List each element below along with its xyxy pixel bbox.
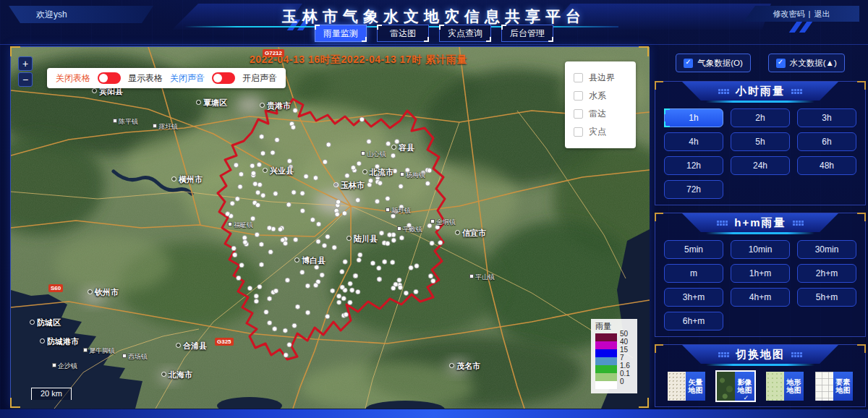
duration-button-10min[interactable]: 10min [731,240,790,259]
legend-value: 15 [620,346,628,354]
layer-checkbox-灾点[interactable]: 灾点 [574,123,627,141]
checkbox-empty-icon [574,109,583,119]
header: 欢迎ysh 玉林市气象水文地灾信息共享平台 修改密码 | 退出 雨量监测雷达图灾… [0,0,868,45]
section-hourly-rain: 小时雨量 1h2h3h4h5h6h12h24h48h72h [655,81,866,205]
map-type-card[interactable]: 地形地图 [766,372,804,401]
data-toggle-label: 水文数据(▲) [790,58,837,69]
sound-toggle-switch[interactable] [212,72,235,84]
table-toggle-off-label: 关闭表格 [56,72,90,85]
legend-band [595,333,617,341]
map-type-label: 要素地图 [833,372,853,401]
section-underline [706,232,814,234]
duration-button-72h[interactable]: 72h [664,180,723,199]
map-type-thumbnail [815,372,833,401]
duration-button-6h+m[interactable]: 6h+m [664,312,723,330]
duration-button-5min[interactable]: 5min [664,240,723,259]
tab-灾点查询[interactable]: 灾点查询 [439,25,491,42]
section-title: 切换地图 [736,348,785,362]
duration-button-1h[interactable]: 1h [664,108,723,127]
section-header: h+m雨量 [682,213,838,232]
legend-band [595,349,617,357]
table-toggle-switch[interactable] [98,72,121,84]
map-corner-accent [10,46,20,56]
duration-button-24h[interactable]: 24h [731,156,790,175]
map-zoom-control: + − [18,56,33,87]
legend-band [595,381,617,389]
map-scale: 20 km [31,388,72,400]
hourly-button-grid: 1h2h3h4h5h6h12h24h48h72h [664,108,856,199]
duration-button-5h[interactable]: 5h [731,132,790,151]
change-password-link[interactable]: 修改密码 [773,9,805,20]
rain-legend: 雨量 50401571.60.10 [591,319,637,393]
header-dots-icon [718,89,729,94]
duration-button-4h+m[interactable]: 4h+m [731,288,790,307]
legend-value: 0.1 [620,370,630,378]
map-corner-accent [10,398,20,408]
logout-link[interactable]: 退出 [814,9,830,20]
section-header: 切换地图 [682,345,838,364]
legend-value: 50 [620,330,628,338]
duration-button-3h+m[interactable]: 3h+m [664,288,723,307]
checkbox-checked-icon [776,59,786,68]
layer-list: 县边界水系雷达灾点 [574,69,627,141]
user-menu: 修改密码 | 退出 [744,6,859,22]
layer-checkbox-县边界[interactable]: 县边界 [574,69,627,87]
layer-checkbox-水系[interactable]: 水系 [574,87,627,105]
data-button-row: 气象数据(O)水文数据(▲) [655,54,866,72]
map-toggle-bar: 关闭表格 显示表格 关闭声音 开启声音 [47,68,286,88]
map-type-card[interactable]: 影像地图✓ [717,372,754,401]
section-underline [706,364,814,366]
checkbox-checked-icon [684,59,693,68]
legend-value: 40 [620,338,628,346]
duration-button-12h[interactable]: 12h [664,156,723,175]
map-type-thumbnail [717,372,735,401]
map-type-card[interactable]: 要素地图 [815,372,853,401]
layer-checkbox-雷达[interactable]: 雷达 [574,105,627,123]
checkbox-empty-icon [574,127,583,137]
section-underline [706,101,814,103]
duration-button-6h[interactable]: 6h [797,132,856,151]
legend-band [595,365,617,373]
duration-button-5h+m[interactable]: 5h+m [797,288,856,307]
section-map-switch: 切换地图 矢量地图影像地图✓地形地图要素地图 [655,344,866,407]
header-dots-icon [717,221,728,226]
checkbox-empty-icon [574,91,583,101]
legend-band [595,373,617,381]
sound-toggle-on-label: 开启声音 [242,72,277,85]
legend-band [595,341,617,349]
header-dots-icon [718,352,729,357]
selected-check-icon: ✓ [743,394,749,401]
right-panel: 气象数据(O)水文数据(▲) 小时雨量 1h2h3h4h5h6h12h24h48… [655,46,866,414]
layer-label: 雷达 [589,108,606,120]
header-dots-icon [791,89,802,94]
accumulated-rain-title: 2022-04-13 16时至2022-04-13 17时 累计雨量 [250,54,467,67]
duration-button-3h[interactable]: 3h [797,108,856,127]
duration-button-1h+m[interactable]: 1h+m [731,264,790,283]
tab-雷达图[interactable]: 雷达图 [377,25,429,42]
section-title: 小时雨量 [736,85,785,98]
map-type-thumbnail [766,372,784,401]
legend-value: 1.6 [620,362,630,370]
checkbox-empty-icon [574,73,583,82]
map-type-label: 矢量地图 [686,372,705,401]
duration-button-2h+m[interactable]: 2h+m [797,264,856,283]
legend-value: 7 [620,354,624,362]
tab-bar: 雨量监测雷达图灾点查询后台管理 [0,25,868,42]
layer-label: 灾点 [589,126,606,138]
map-type-card[interactable]: 矢量地图 [668,372,705,401]
duration-button-4h[interactable]: 4h [664,132,723,151]
tab-雨量监测[interactable]: 雨量监测 [315,25,367,42]
data-toggle-button[interactable]: 气象数据(O) [676,54,751,72]
zoom-in-button[interactable]: + [18,56,33,71]
header-dots-icon [791,352,802,357]
duration-button-2h[interactable]: 2h [731,108,790,127]
duration-button-48h[interactable]: 48h [797,156,856,175]
layer-panel: 县边界水系雷达灾点 [565,61,636,148]
duration-button-30min[interactable]: 30min [797,240,856,259]
zoom-out-button[interactable]: − [18,72,33,87]
duration-button-m[interactable]: m [664,264,723,283]
tab-后台管理[interactable]: 后台管理 [501,25,553,42]
map-svg [11,47,650,409]
data-toggle-button[interactable]: 水文数据(▲) [768,54,845,72]
map-canvas[interactable]: 宾阳县贵港市覃塘区横州市兴业县玉林市北流市容县陆川县博白县信宜市钦州市防城区防城… [10,46,649,408]
